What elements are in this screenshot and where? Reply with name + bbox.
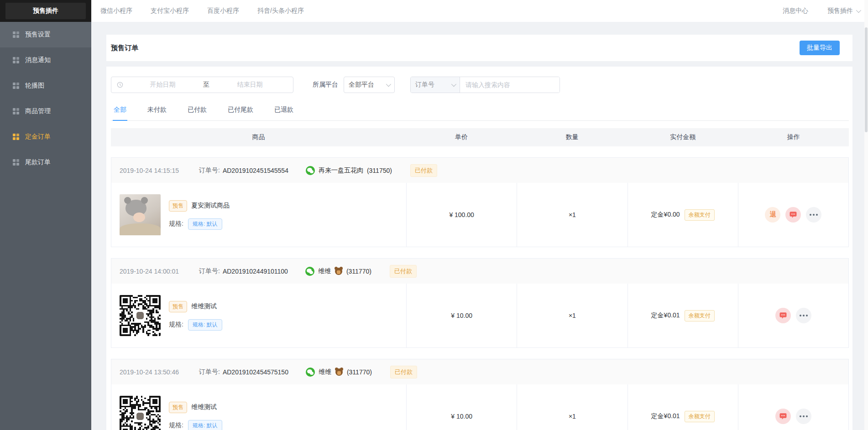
col-actions: 操作 xyxy=(738,133,849,141)
scrollbar-thumb[interactable] xyxy=(865,27,868,132)
buyer-id: (311770) xyxy=(346,268,371,275)
grid-icon xyxy=(13,31,19,38)
product-info: 预售 维维测试 规格: 规格: 默认 xyxy=(169,301,222,331)
sidebar-item-label: 尾款订单 xyxy=(25,158,51,166)
wechat-icon xyxy=(306,368,315,377)
order-no: AD2019102451545554 xyxy=(223,167,288,174)
order-group: 2019-10-24 14:15:15 订单号: AD2019102451545… xyxy=(111,157,849,247)
message-bubble-icon xyxy=(779,311,787,320)
order-group: 2019-10-24 13:50:46 订单号: AD2019102454575… xyxy=(111,359,849,430)
buyer: 再来一盘五花肉(311750) xyxy=(306,166,392,175)
presale-badge: 预售 xyxy=(169,200,187,212)
message-button[interactable] xyxy=(785,207,801,223)
product-name: 维维测试 xyxy=(191,302,217,311)
sidebar-item-carousel[interactable]: 轮播图 xyxy=(0,73,91,98)
batch-export-button[interactable]: 批量导出 xyxy=(800,41,840,55)
date-separator: 至 xyxy=(200,81,212,89)
spec-badge: 规格: 默认 xyxy=(188,319,222,331)
sidebar-item-label: 定金订单 xyxy=(25,133,51,141)
grid-icon xyxy=(13,57,19,63)
status-badge: 已付款 xyxy=(390,265,417,278)
order-no: AD2019102454575150 xyxy=(223,368,288,376)
tab-alipay-miniprogram[interactable]: 支付宝小程序 xyxy=(151,7,189,15)
order-group-header: 2019-10-24 14:15:15 订单号: AD2019102451545… xyxy=(111,158,848,183)
status-tabs: 全部 未付款 已付款 已付尾款 已退款 xyxy=(111,104,849,121)
grid-icon xyxy=(13,134,19,140)
tab-baidu-miniprogram[interactable]: 百度小程序 xyxy=(207,7,239,15)
bear-emoji-icon xyxy=(335,268,342,275)
presale-badge: 预售 xyxy=(169,402,187,413)
scrollbar-track[interactable] xyxy=(864,0,868,430)
message-button[interactable] xyxy=(775,409,791,424)
product-cell: 预售 维维测试 规格: 规格: 默认 xyxy=(111,284,406,347)
paid-amount-cell: 定金¥0.00 余额支付 xyxy=(627,183,738,247)
deposit-amount: 定金¥0.01 xyxy=(651,412,680,420)
actions-cell: 退 xyxy=(738,183,848,247)
more-button[interactable] xyxy=(796,308,811,323)
platform-select[interactable]: 全部平台 xyxy=(344,77,395,93)
refund-button[interactable]: 退 xyxy=(765,207,780,223)
deposit-amount: 定金¥0.01 xyxy=(651,311,680,320)
product-cell: 预售 夏安测试商品 规格: 规格: 默认 xyxy=(111,183,406,247)
quantity-cell: ×1 xyxy=(517,284,627,347)
unit-price-cell: ¥ 10.00 xyxy=(406,284,517,347)
product-image xyxy=(120,194,161,235)
spec-label: 规格: xyxy=(169,421,183,430)
plugin-dropdown[interactable]: 预售插件 xyxy=(827,7,860,15)
buyer-name: 维维 xyxy=(318,267,331,275)
search-input[interactable] xyxy=(460,77,559,93)
product-name: 夏安测试商品 xyxy=(191,202,230,210)
sidebar-item-label: 预售设置 xyxy=(25,31,51,39)
filter-row: 开始日期 至 结束日期 所属平台 全部平台 订单号 xyxy=(111,77,849,93)
balance-pay-badge: 余额支付 xyxy=(685,209,715,221)
tab-all[interactable]: 全部 xyxy=(113,104,127,121)
order-time: 2019-10-24 14:00:01 xyxy=(120,268,179,275)
date-range-picker[interactable]: 开始日期 至 结束日期 xyxy=(111,77,293,93)
message-center-link[interactable]: 消息中心 xyxy=(783,7,808,15)
tab-refunded[interactable]: 已退款 xyxy=(273,104,294,120)
app-root: 预售插件 预售设置 消息通知 轮播图 商品管理 定金订单 尾款订单 xyxy=(0,0,868,430)
tab-unpaid[interactable]: 未付款 xyxy=(146,104,167,120)
status-badge: 已付款 xyxy=(410,164,437,177)
more-button[interactable] xyxy=(796,409,811,424)
quantity-cell: ×1 xyxy=(517,183,627,247)
buyer-name: 再来一盘五花肉 xyxy=(319,166,363,175)
tab-wechat-miniprogram[interactable]: 微信小程序 xyxy=(100,7,132,15)
tab-douyin-toutiao-miniprogram[interactable]: 抖音/头条小程序 xyxy=(257,7,304,15)
status-badge: 已付款 xyxy=(390,366,417,378)
sidebar-item-balance-orders[interactable]: 尾款订单 xyxy=(0,150,91,175)
buyer: 维维(311770) xyxy=(306,368,372,377)
product-name: 维维测试 xyxy=(191,403,217,411)
search-type-select[interactable]: 订单号 xyxy=(411,77,460,93)
sidebar-item-presale-settings[interactable]: 预售设置 xyxy=(0,22,91,47)
order-no-label: 订单号: xyxy=(199,267,220,275)
topbar: 微信小程序 支付宝小程序 百度小程序 抖音/头条小程序 消息中心 预售插件 xyxy=(91,0,868,22)
grid-icon xyxy=(13,108,19,114)
actions-cell xyxy=(738,284,848,347)
sidebar-item-deposit-orders[interactable]: 定金订单 xyxy=(0,124,91,150)
more-button[interactable] xyxy=(806,207,821,223)
tab-paid[interactable]: 已付款 xyxy=(187,104,208,120)
plugin-title: 预售插件 xyxy=(5,3,86,19)
table-row: 预售 夏安测试商品 规格: 规格: 默认 ¥ 100.00 ×1 xyxy=(111,183,848,247)
content: 预售订单 批量导出 开始日期 至 结束日期 所属平台 xyxy=(91,22,868,430)
order-no-label: 订单号: xyxy=(199,166,220,175)
order-group-header: 2019-10-24 14:00:01 订单号: AD2019102449101… xyxy=(111,259,848,284)
message-button[interactable] xyxy=(775,308,791,323)
page-header-card: 预售订单 批量导出 xyxy=(106,35,852,61)
sidebar: 预售插件 预售设置 消息通知 轮播图 商品管理 定金订单 尾款订单 xyxy=(0,0,91,430)
product-image-qr xyxy=(120,396,161,430)
col-unit-price: 单价 xyxy=(406,133,517,141)
sidebar-item-message-notify[interactable]: 消息通知 xyxy=(0,47,91,73)
sidebar-item-product-manage[interactable]: 商品管理 xyxy=(0,98,91,124)
spec-label: 规格: xyxy=(169,321,183,329)
table-header: 商品 单价 数量 实付金额 操作 xyxy=(111,128,849,146)
spec-badge: 规格: 默认 xyxy=(188,218,222,230)
tab-balance-paid[interactable]: 已付尾款 xyxy=(227,104,254,120)
main-area: 微信小程序 支付宝小程序 百度小程序 抖音/头条小程序 消息中心 预售插件 预售… xyxy=(91,0,868,430)
chevron-down-icon xyxy=(856,8,861,13)
actions-cell xyxy=(738,384,848,430)
message-bubble-icon xyxy=(789,211,797,219)
topbar-right: 消息中心 预售插件 xyxy=(783,7,860,15)
product-info: 预售 维维测试 规格: 规格: 默认 xyxy=(169,402,222,430)
